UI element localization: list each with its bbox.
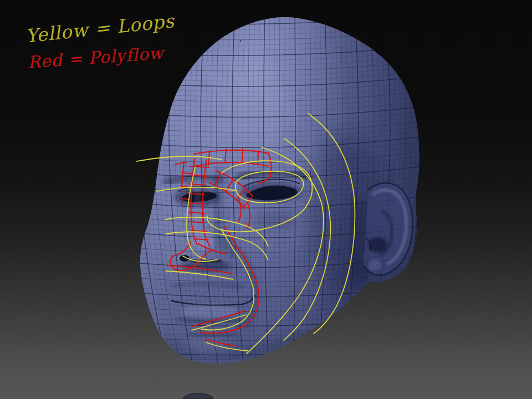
viewport-3d[interactable]: Yellow = Loops Red = Polyflow (0, 0, 532, 399)
head-mesh[interactable] (132, 6, 432, 399)
nose-tip-highlight (191, 234, 214, 249)
forehead-speck (240, 40, 242, 42)
legend: Yellow = Loops Red = Polyflow (24, 10, 176, 72)
legend-loops-label: Yellow = Loops (24, 10, 176, 47)
lower-lip-highlight (181, 304, 238, 319)
neck-mesh (183, 393, 213, 399)
under-nose-shadow (181, 260, 232, 272)
legend-polyflow-label: Red = Polyflow (27, 43, 166, 72)
sculpt-canvas[interactable]: Yellow = Loops Red = Polyflow (0, 0, 532, 399)
earlobe-highlight (368, 259, 381, 270)
